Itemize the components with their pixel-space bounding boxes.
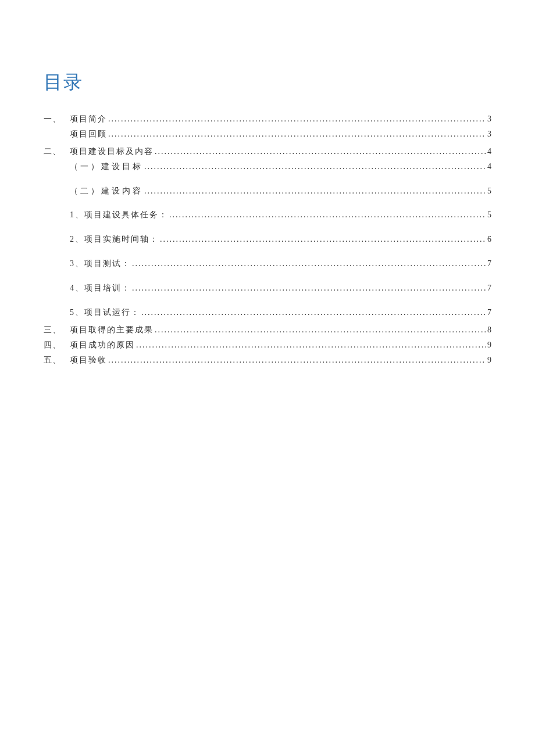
- toc-entry-text: 项目成功的原因: [70, 338, 135, 353]
- toc-leader-dots: [155, 144, 486, 159]
- toc-entry[interactable]: 五、项目验收9: [44, 353, 491, 368]
- toc-leader-dots: [169, 207, 486, 223]
- toc-entry-text: （一）建设目标: [70, 159, 143, 174]
- toc-leader-dots: [160, 232, 486, 247]
- toc-page-number: 8: [487, 323, 491, 338]
- toc-page-number: 5: [487, 207, 491, 223]
- toc-page-number: 3: [487, 112, 491, 127]
- toc-entry[interactable]: 二、项目建设目标及内容4: [44, 144, 491, 159]
- toc-marker: 五、: [44, 353, 70, 368]
- toc-entry[interactable]: 四、项目成功的原因9: [44, 338, 491, 353]
- toc-entry-text: 项目回顾: [70, 127, 107, 142]
- toc-entry[interactable]: （二）建设内容5: [44, 184, 491, 199]
- toc-entry[interactable]: 3、项目测试：7: [44, 256, 491, 271]
- toc-marker: 一、: [44, 112, 70, 127]
- toc-page-number: 7: [487, 256, 491, 271]
- toc-page-number: 3: [487, 127, 491, 142]
- toc-entry-text: 5、项目试运行：: [70, 305, 140, 320]
- toc-page-number: 6: [487, 232, 491, 247]
- toc-entry-text: 4、项目培训：: [70, 281, 131, 296]
- toc-entry[interactable]: 5、项目试运行：7: [44, 305, 491, 320]
- toc-leader-dots: [136, 338, 486, 353]
- toc-entry-text: 项目取得的主要成果: [70, 323, 154, 338]
- toc-leader-dots: [132, 281, 486, 296]
- toc-marker: 二、: [44, 144, 70, 159]
- toc-entry-text: 项目验收: [70, 353, 107, 368]
- toc-leader-dots: [144, 184, 486, 199]
- toc-leader-dots: [132, 256, 486, 271]
- toc-leader-dots: [108, 112, 486, 127]
- toc-entry-text: 1、项目建设具体任务：: [70, 207, 168, 223]
- toc-page-number: 9: [487, 338, 491, 353]
- toc-entry-text: 项目简介: [70, 112, 107, 127]
- toc-title: 目录: [44, 70, 491, 95]
- toc-entry-text: 2、项目实施时间轴：: [70, 232, 159, 247]
- toc-entry[interactable]: 4、项目培训：7: [44, 281, 491, 296]
- toc-entry[interactable]: 一、项目简介3: [44, 112, 491, 127]
- toc-entry-text: （二）建设内容: [70, 184, 143, 199]
- toc-entry[interactable]: 项目回顾3: [44, 127, 491, 142]
- toc-entry[interactable]: 2、项目实施时间轴：6: [44, 232, 491, 247]
- toc-page-number: 7: [487, 281, 491, 296]
- toc-page-number: 4: [487, 159, 491, 174]
- toc-entry[interactable]: 三、项目取得的主要成果8: [44, 323, 491, 338]
- toc-marker: 三、: [44, 323, 70, 338]
- toc-leader-dots: [108, 127, 486, 142]
- toc-leader-dots: [155, 323, 486, 338]
- toc-leader-dots: [108, 353, 486, 368]
- toc-container: 一、项目简介3项目回顾3二、项目建设目标及内容4（一）建设目标4（二）建设内容5…: [44, 112, 491, 368]
- toc-page-number: 5: [487, 184, 491, 199]
- toc-leader-dots: [144, 159, 486, 174]
- toc-entry[interactable]: 1、项目建设具体任务：5: [44, 207, 491, 223]
- toc-entry-text: 3、项目测试：: [70, 256, 131, 271]
- toc-page-number: 4: [487, 144, 491, 159]
- toc-page-number: 9: [487, 353, 491, 368]
- toc-entry[interactable]: （一）建设目标4: [44, 159, 491, 174]
- toc-leader-dots: [141, 305, 486, 320]
- toc-page-number: 7: [487, 305, 491, 320]
- toc-marker: 四、: [44, 338, 70, 353]
- toc-entry-text: 项目建设目标及内容: [70, 144, 154, 159]
